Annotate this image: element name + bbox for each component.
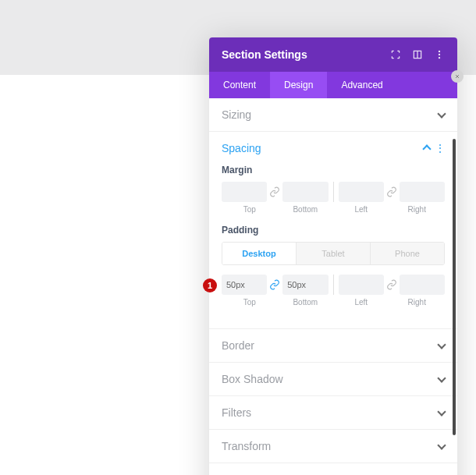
device-tab-desktop[interactable]: Desktop [222, 243, 297, 264]
side-label: Bottom [278, 298, 334, 307]
chevron-down-icon [437, 374, 446, 382]
panel-icon[interactable] [412, 49, 423, 60]
link-icon[interactable] [267, 182, 282, 202]
section-transform-header[interactable]: Transform [209, 430, 457, 463]
padding-left-input[interactable] [339, 275, 384, 295]
section-spacing-title: Spacing [222, 142, 261, 154]
section-filters-header[interactable]: Filters [209, 396, 457, 429]
margin-top-input[interactable] [222, 182, 267, 202]
section-border: Border [209, 329, 457, 363]
device-tabs: Desktop Tablet Phone [222, 242, 445, 265]
margin-right-input[interactable] [400, 182, 445, 202]
expand-icon[interactable] [390, 49, 401, 60]
chevron-up-icon [422, 144, 431, 153]
settings-panel: Section Settings Content Design Advanced… [209, 37, 457, 475]
step-badge: 1 [203, 278, 217, 292]
tab-design[interactable]: Design [270, 72, 327, 98]
margin-label: Margin [222, 165, 445, 175]
side-label: Right [389, 298, 446, 307]
section-animation: Animation [209, 463, 457, 475]
margin-left-input[interactable] [339, 182, 384, 202]
panel-header: Section Settings [209, 37, 457, 72]
scrollbar[interactable] [453, 139, 456, 435]
panel-body: Sizing Spacing ⋮ Margin [209, 98, 457, 475]
side-label: Bottom [278, 205, 334, 214]
padding-top-input[interactable] [222, 275, 267, 295]
side-label: Top [222, 298, 278, 307]
chevron-down-icon [437, 109, 446, 118]
svg-point-4 [439, 57, 440, 58]
svg-point-3 [439, 54, 440, 55]
device-tab-phone[interactable]: Phone [371, 243, 444, 264]
kebab-icon[interactable]: ⋮ [435, 142, 445, 154]
chevron-down-icon [437, 407, 446, 416]
section-spacing: Spacing ⋮ Margin [209, 132, 457, 329]
section-transform: Transform [209, 430, 457, 463]
side-label: Left [333, 205, 389, 214]
section-transform-title: Transform [222, 440, 271, 452]
section-filters: Filters [209, 396, 457, 430]
kebab-icon[interactable] [434, 49, 445, 60]
link-icon[interactable] [384, 182, 400, 202]
chevron-down-icon [437, 340, 446, 349]
chevron-down-icon [437, 441, 446, 449]
side-label: Left [333, 298, 389, 307]
tab-content[interactable]: Content [209, 72, 270, 98]
section-sizing-title: Sizing [222, 108, 251, 121]
padding-inputs [222, 275, 445, 295]
panel-title: Section Settings [222, 48, 307, 61]
tabs: Content Design Advanced [209, 72, 457, 98]
link-icon[interactable] [267, 275, 282, 295]
section-border-title: Border [222, 339, 254, 352]
section-sizing: Sizing [209, 98, 457, 132]
margin-bottom-input[interactable] [282, 182, 328, 202]
section-sizing-header[interactable]: Sizing [209, 98, 457, 131]
section-filters-title: Filters [222, 406, 251, 419]
section-spacing-header[interactable]: Spacing ⋮ [209, 132, 457, 165]
device-tab-tablet[interactable]: Tablet [297, 243, 371, 264]
section-box-shadow: Box Shadow [209, 363, 457, 396]
side-label: Right [389, 205, 446, 214]
section-animation-header[interactable]: Animation [209, 463, 457, 475]
svg-point-2 [439, 51, 440, 52]
padding-right-input[interactable] [400, 275, 445, 295]
side-label: Top [222, 205, 278, 214]
tab-advanced[interactable]: Advanced [327, 72, 396, 98]
link-icon[interactable] [384, 275, 400, 295]
section-box-shadow-header[interactable]: Box Shadow [209, 363, 457, 395]
padding-label: Padding [222, 225, 445, 236]
section-border-header[interactable]: Border [209, 329, 457, 362]
section-box-shadow-title: Box Shadow [222, 373, 283, 385]
close-panel-button[interactable] [451, 70, 464, 83]
margin-inputs [222, 182, 445, 202]
close-icon [454, 73, 460, 80]
padding-bottom-input[interactable] [282, 275, 328, 295]
